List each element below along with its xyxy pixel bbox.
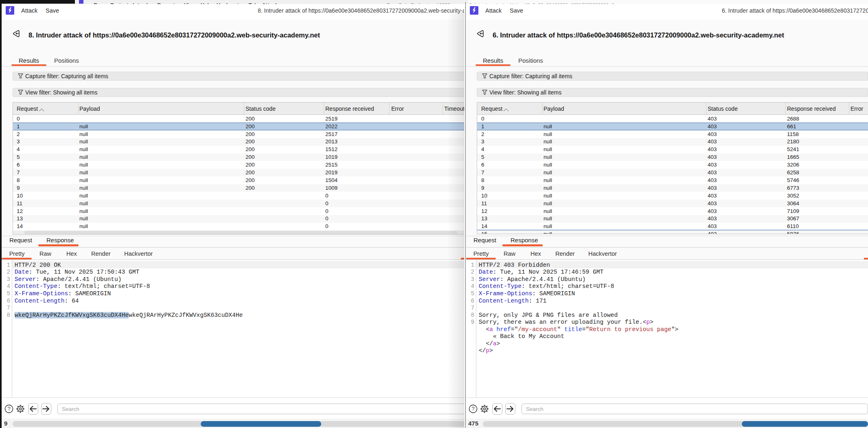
svg-text:?: ? xyxy=(471,406,474,412)
svg-text:?: ? xyxy=(7,406,10,412)
